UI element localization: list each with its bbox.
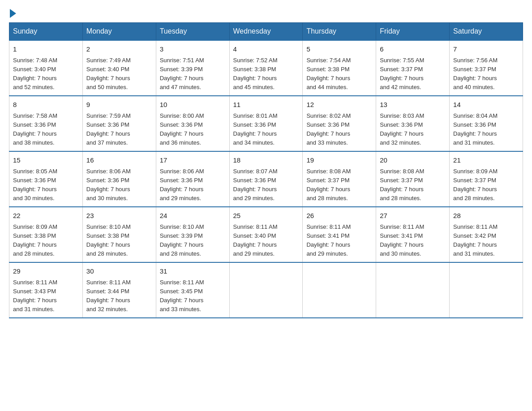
day-info: Sunrise: 7:52 AMSunset: 3:38 PMDaylight:… xyxy=(233,57,278,90)
day-of-week-header: Monday xyxy=(82,23,156,41)
day-info: Sunrise: 8:11 AMSunset: 3:45 PMDaylight:… xyxy=(160,279,204,313)
day-number: 3 xyxy=(160,44,226,55)
day-info: Sunrise: 7:55 AMSunset: 3:37 PMDaylight:… xyxy=(380,57,424,90)
day-of-week-header: Friday xyxy=(376,23,450,41)
day-number: 19 xyxy=(306,155,372,166)
day-number: 6 xyxy=(380,44,446,55)
day-info: Sunrise: 7:59 AMSunset: 3:36 PMDaylight:… xyxy=(86,112,131,146)
day-info: Sunrise: 8:03 AMSunset: 3:36 PMDaylight:… xyxy=(380,112,424,146)
calendar-cell xyxy=(303,262,376,318)
calendar-cell: 24 Sunrise: 8:10 AMSunset: 3:39 PMDaylig… xyxy=(156,207,229,262)
day-number: 2 xyxy=(86,44,152,55)
day-number: 4 xyxy=(233,44,299,55)
calendar-cell: 22 Sunrise: 8:09 AMSunset: 3:38 PMDaylig… xyxy=(9,207,83,262)
calendar-cell: 1 Sunrise: 7:48 AMSunset: 3:40 PMDayligh… xyxy=(9,40,83,96)
calendar-cell: 13 Sunrise: 8:03 AMSunset: 3:36 PMDaylig… xyxy=(376,96,450,151)
calendar-cell: 4 Sunrise: 7:52 AMSunset: 3:38 PMDayligh… xyxy=(229,40,303,96)
calendar-cell: 31 Sunrise: 8:11 AMSunset: 3:45 PMDaylig… xyxy=(156,262,229,318)
day-info: Sunrise: 8:01 AMSunset: 3:36 PMDaylight:… xyxy=(233,112,278,146)
day-number: 1 xyxy=(13,44,79,55)
calendar-week-row: 29 Sunrise: 8:11 AMSunset: 3:43 PMDaylig… xyxy=(9,262,523,318)
day-info: Sunrise: 8:06 AMSunset: 3:36 PMDaylight:… xyxy=(86,168,131,201)
day-info: Sunrise: 7:56 AMSunset: 3:37 PMDaylight:… xyxy=(453,57,498,90)
day-info: Sunrise: 7:49 AMSunset: 3:40 PMDaylight:… xyxy=(86,57,131,90)
calendar-cell: 25 Sunrise: 8:11 AMSunset: 3:40 PMDaylig… xyxy=(229,207,303,262)
calendar-week-row: 1 Sunrise: 7:48 AMSunset: 3:40 PMDayligh… xyxy=(9,40,523,96)
calendar-week-row: 8 Sunrise: 7:58 AMSunset: 3:36 PMDayligh… xyxy=(9,96,523,151)
day-number: 25 xyxy=(233,211,299,221)
day-info: Sunrise: 8:00 AMSunset: 3:36 PMDaylight:… xyxy=(160,112,204,146)
day-info: Sunrise: 8:05 AMSunset: 3:36 PMDaylight:… xyxy=(13,168,57,201)
page-header xyxy=(9,9,523,18)
calendar-cell xyxy=(376,262,450,318)
day-info: Sunrise: 7:48 AMSunset: 3:40 PMDaylight:… xyxy=(13,57,57,90)
day-number: 23 xyxy=(86,211,152,221)
calendar-cell: 17 Sunrise: 8:06 AMSunset: 3:36 PMDaylig… xyxy=(156,151,229,207)
calendar-cell: 11 Sunrise: 8:01 AMSunset: 3:36 PMDaylig… xyxy=(229,96,303,151)
calendar-cell xyxy=(450,262,523,318)
day-number: 27 xyxy=(380,211,446,221)
day-info: Sunrise: 7:51 AMSunset: 3:39 PMDaylight:… xyxy=(160,57,204,90)
day-number: 20 xyxy=(380,155,446,166)
calendar-header-row: SundayMondayTuesdayWednesdayThursdayFrid… xyxy=(9,23,523,41)
day-number: 16 xyxy=(86,155,152,166)
calendar-cell: 6 Sunrise: 7:55 AMSunset: 3:37 PMDayligh… xyxy=(376,40,450,96)
day-number: 29 xyxy=(13,266,79,277)
day-info: Sunrise: 8:09 AMSunset: 3:37 PMDaylight:… xyxy=(453,168,498,201)
day-of-week-header: Tuesday xyxy=(156,23,229,41)
day-number: 18 xyxy=(233,155,299,166)
day-info: Sunrise: 8:06 AMSunset: 3:36 PMDaylight:… xyxy=(160,168,204,201)
calendar-cell: 21 Sunrise: 8:09 AMSunset: 3:37 PMDaylig… xyxy=(450,151,523,207)
day-info: Sunrise: 8:04 AMSunset: 3:36 PMDaylight:… xyxy=(453,112,498,146)
calendar-cell: 16 Sunrise: 8:06 AMSunset: 3:36 PMDaylig… xyxy=(82,151,156,207)
day-info: Sunrise: 8:11 AMSunset: 3:43 PMDaylight:… xyxy=(13,279,57,313)
day-number: 11 xyxy=(233,100,299,110)
day-info: Sunrise: 8:11 AMSunset: 3:41 PMDaylight:… xyxy=(306,223,351,257)
calendar-cell: 8 Sunrise: 7:58 AMSunset: 3:36 PMDayligh… xyxy=(9,96,83,151)
calendar-cell: 30 Sunrise: 8:11 AMSunset: 3:44 PMDaylig… xyxy=(82,262,156,318)
day-number: 21 xyxy=(453,155,519,166)
calendar-cell: 28 Sunrise: 8:11 AMSunset: 3:42 PMDaylig… xyxy=(450,207,523,262)
calendar-cell xyxy=(229,262,303,318)
day-info: Sunrise: 8:10 AMSunset: 3:38 PMDaylight:… xyxy=(86,223,131,257)
calendar-cell: 15 Sunrise: 8:05 AMSunset: 3:36 PMDaylig… xyxy=(9,151,83,207)
day-info: Sunrise: 8:07 AMSunset: 3:36 PMDaylight:… xyxy=(233,168,278,201)
calendar-cell: 3 Sunrise: 7:51 AMSunset: 3:39 PMDayligh… xyxy=(156,40,229,96)
day-of-week-header: Wednesday xyxy=(229,23,303,41)
day-number: 22 xyxy=(13,211,79,221)
calendar-table: SundayMondayTuesdayWednesdayThursdayFrid… xyxy=(9,22,523,318)
day-number: 13 xyxy=(380,100,446,110)
day-info: Sunrise: 8:09 AMSunset: 3:38 PMDaylight:… xyxy=(13,223,57,257)
logo-arrow-icon xyxy=(10,9,16,18)
day-number: 8 xyxy=(13,100,79,110)
calendar-cell: 12 Sunrise: 8:02 AMSunset: 3:36 PMDaylig… xyxy=(303,96,376,151)
calendar-cell: 2 Sunrise: 7:49 AMSunset: 3:40 PMDayligh… xyxy=(82,40,156,96)
calendar-cell: 7 Sunrise: 7:56 AMSunset: 3:37 PMDayligh… xyxy=(450,40,523,96)
day-number: 12 xyxy=(306,100,372,110)
day-number: 30 xyxy=(86,266,152,277)
day-info: Sunrise: 8:10 AMSunset: 3:39 PMDaylight:… xyxy=(160,223,204,257)
day-number: 24 xyxy=(160,211,226,221)
day-info: Sunrise: 8:02 AMSunset: 3:36 PMDaylight:… xyxy=(306,112,351,146)
calendar-week-row: 15 Sunrise: 8:05 AMSunset: 3:36 PMDaylig… xyxy=(9,151,523,207)
calendar-cell: 19 Sunrise: 8:08 AMSunset: 3:37 PMDaylig… xyxy=(303,151,376,207)
day-info: Sunrise: 8:11 AMSunset: 3:44 PMDaylight:… xyxy=(86,279,131,313)
day-of-week-header: Sunday xyxy=(9,23,83,41)
calendar-cell: 26 Sunrise: 8:11 AMSunset: 3:41 PMDaylig… xyxy=(303,207,376,262)
day-info: Sunrise: 8:11 AMSunset: 3:40 PMDaylight:… xyxy=(233,223,278,257)
calendar-cell: 29 Sunrise: 8:11 AMSunset: 3:43 PMDaylig… xyxy=(9,262,83,318)
calendar-cell: 27 Sunrise: 8:11 AMSunset: 3:41 PMDaylig… xyxy=(376,207,450,262)
day-number: 10 xyxy=(160,100,226,110)
day-info: Sunrise: 7:54 AMSunset: 3:38 PMDaylight:… xyxy=(306,57,351,90)
calendar-cell: 20 Sunrise: 8:08 AMSunset: 3:37 PMDaylig… xyxy=(376,151,450,207)
day-number: 15 xyxy=(13,155,79,166)
calendar-cell: 18 Sunrise: 8:07 AMSunset: 3:36 PMDaylig… xyxy=(229,151,303,207)
calendar-cell: 9 Sunrise: 7:59 AMSunset: 3:36 PMDayligh… xyxy=(82,96,156,151)
day-number: 26 xyxy=(306,211,372,221)
day-info: Sunrise: 7:58 AMSunset: 3:36 PMDaylight:… xyxy=(13,112,57,146)
calendar-cell: 10 Sunrise: 8:00 AMSunset: 3:36 PMDaylig… xyxy=(156,96,229,151)
calendar-cell: 14 Sunrise: 8:04 AMSunset: 3:36 PMDaylig… xyxy=(450,96,523,151)
calendar-cell: 23 Sunrise: 8:10 AMSunset: 3:38 PMDaylig… xyxy=(82,207,156,262)
day-info: Sunrise: 8:11 AMSunset: 3:42 PMDaylight:… xyxy=(453,223,498,257)
day-info: Sunrise: 8:11 AMSunset: 3:41 PMDaylight:… xyxy=(380,223,424,257)
